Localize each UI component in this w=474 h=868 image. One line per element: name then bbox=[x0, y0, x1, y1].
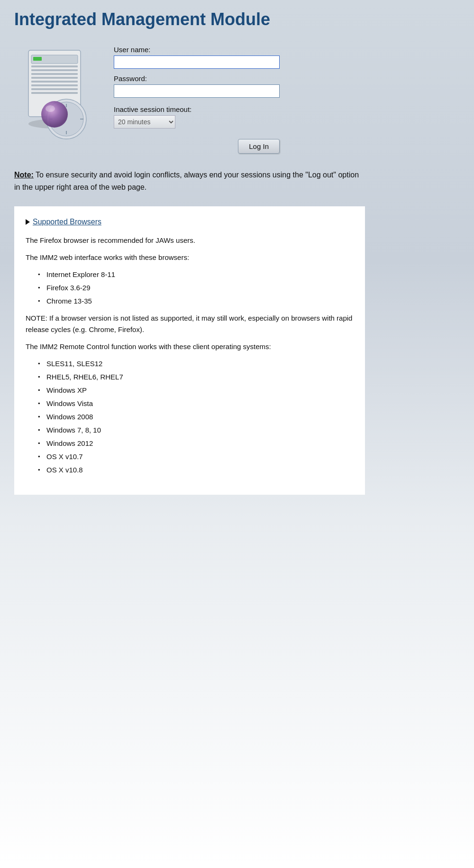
page-title: Integrated Management Module bbox=[14, 9, 365, 29]
login-section: User name: Password: Inactive session ti… bbox=[14, 41, 365, 155]
svg-rect-3 bbox=[31, 69, 78, 71]
os-list: SLES11, SLES12 RHEL5, RHEL6, RHEL7 Windo… bbox=[40, 358, 354, 476]
list-item: Windows Vista bbox=[40, 398, 354, 409]
triangle-icon bbox=[26, 219, 30, 225]
supported-browsers-link[interactable]: Supported Browsers bbox=[33, 216, 101, 228]
svg-rect-8 bbox=[31, 88, 78, 90]
list-item: OS X v10.8 bbox=[40, 464, 354, 476]
password-input[interactable] bbox=[114, 84, 280, 98]
list-item: Windows 2008 bbox=[40, 411, 354, 423]
server-icon bbox=[14, 41, 100, 155]
browsers-intro-line1: The Firefox browser is recommended for J… bbox=[26, 235, 354, 246]
svg-rect-2 bbox=[31, 65, 78, 67]
login-form: User name: Password: Inactive session ti… bbox=[114, 41, 280, 154]
svg-point-19 bbox=[46, 105, 55, 112]
note-section: Note: To ensure security and avoid login… bbox=[14, 169, 365, 193]
password-field-group: Password: bbox=[114, 74, 280, 98]
svg-rect-9 bbox=[31, 92, 78, 94]
username-label: User name: bbox=[114, 46, 280, 54]
content-section: Supported Browsers The Firefox browser i… bbox=[14, 206, 365, 495]
note-text: To ensure security and avoid login confl… bbox=[14, 171, 359, 191]
svg-rect-10 bbox=[33, 57, 42, 61]
timeout-label: Inactive session timeout: bbox=[114, 105, 280, 113]
browsers-list: Internet Explorer 8-11 Firefox 3.6-29 Ch… bbox=[40, 269, 354, 307]
browser-note: NOTE: If a browser version is not listed… bbox=[26, 313, 354, 335]
timeout-select[interactable]: 10 minutes 20 minutes 30 minutes 60 minu… bbox=[114, 115, 175, 129]
note-label: Note: bbox=[14, 171, 34, 179]
username-input[interactable] bbox=[114, 55, 280, 69]
timeout-field-group: Inactive session timeout: 10 minutes 20 … bbox=[114, 105, 280, 129]
username-field-group: User name: bbox=[114, 46, 280, 69]
list-item: Windows XP bbox=[40, 385, 354, 396]
list-item: OS X v10.7 bbox=[40, 451, 354, 462]
list-item: Internet Explorer 8-11 bbox=[40, 269, 354, 280]
list-item: SLES11, SLES12 bbox=[40, 358, 354, 369]
svg-rect-7 bbox=[31, 84, 78, 86]
list-item: Chrome 13-35 bbox=[40, 295, 354, 307]
list-item: Windows 7, 8, 10 bbox=[40, 425, 354, 436]
browsers-intro-line2: The IMM2 web interface works with these … bbox=[26, 252, 354, 263]
password-label: Password: bbox=[114, 74, 280, 83]
login-button[interactable]: Log In bbox=[238, 139, 280, 154]
svg-rect-4 bbox=[31, 73, 78, 75]
list-item: RHEL5, RHEL6, RHEL7 bbox=[40, 371, 354, 383]
list-item: Windows 2012 bbox=[40, 438, 354, 449]
svg-point-18 bbox=[41, 101, 68, 128]
supported-browsers-header: Supported Browsers bbox=[26, 216, 354, 228]
login-button-row: Log In bbox=[114, 139, 280, 154]
list-item: Firefox 3.6-29 bbox=[40, 282, 354, 294]
svg-rect-6 bbox=[31, 81, 78, 83]
svg-rect-5 bbox=[31, 77, 78, 79]
remote-control-intro: The IMM2 Remote Control function works w… bbox=[26, 341, 354, 352]
